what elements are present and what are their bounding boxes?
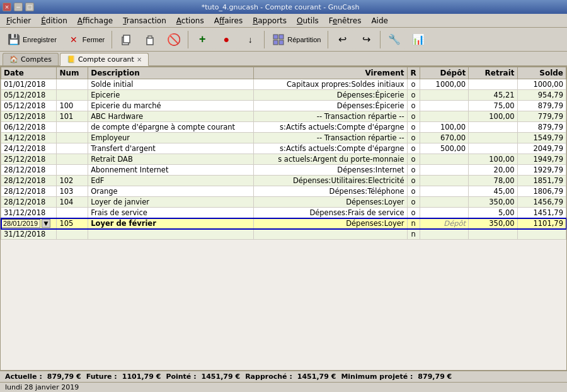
table-row[interactable]: 28/12/2018104Loyer de janvierDépenses:Lo… bbox=[1, 197, 566, 208]
toolbar: 💾 Enregistrer ✕ Fermer 🚫 + ● ↓ bbox=[0, 28, 567, 52]
table-row[interactable]: 31/12/2018Frais de serviceDépenses:Frais… bbox=[1, 208, 566, 218]
future-value: 1101,79 € bbox=[122, 372, 161, 381]
menu-transaction[interactable]: Transaction bbox=[118, 15, 171, 26]
jump-forward-button[interactable]: ↪ bbox=[355, 30, 377, 49]
chart-icon: 📊 bbox=[411, 33, 425, 47]
rapproche-label: Rapproché : bbox=[245, 372, 292, 381]
minimize-button[interactable]: − bbox=[14, 3, 23, 11]
split-icon bbox=[272, 33, 285, 47]
duplicate-button[interactable] bbox=[115, 30, 137, 49]
table-body: 01/01/2018Solde initialCapitaux propres:… bbox=[1, 79, 566, 240]
tab-compte-courant[interactable]: 📒 Compte courant × bbox=[60, 53, 149, 66]
col-header-depot[interactable]: Dépôt bbox=[420, 67, 468, 79]
close-account-button[interactable]: ✕ Fermer bbox=[62, 30, 109, 49]
settings-icon: 🔧 bbox=[387, 33, 401, 47]
col-header-solde[interactable]: Solde bbox=[517, 67, 566, 79]
table-row[interactable]: 06/12/2018de compte d'épargne à compte c… bbox=[1, 122, 566, 133]
table-row[interactable]: 05/12/2018EpicerieDépenses:Épicerieo45,2… bbox=[1, 90, 566, 101]
actuelle-value: 879,79 € bbox=[47, 372, 81, 381]
svg-rect-2 bbox=[147, 38, 153, 45]
delete-transaction-button[interactable]: ● bbox=[215, 30, 238, 49]
pointe-label: Pointé : bbox=[166, 372, 196, 381]
date-display: lundi 28 janvier 2019 bbox=[5, 383, 79, 391]
paste-button[interactable] bbox=[139, 30, 161, 49]
chart-button[interactable]: 📊 bbox=[407, 30, 430, 49]
separator-1 bbox=[112, 31, 112, 48]
svg-rect-4 bbox=[273, 35, 278, 39]
cancel-button[interactable]: 🚫 bbox=[163, 30, 185, 49]
rapproche-value: 1451,79 € bbox=[297, 372, 336, 381]
separator-3 bbox=[264, 31, 265, 48]
separator-2 bbox=[188, 31, 188, 48]
separator-4 bbox=[328, 31, 328, 48]
jump-back-button[interactable]: ↩ bbox=[331, 30, 353, 49]
minimum-value: 879,79 € bbox=[418, 372, 452, 381]
svg-rect-3 bbox=[148, 36, 152, 38]
menu-outils[interactable]: Outils bbox=[292, 15, 324, 26]
svg-rect-1 bbox=[123, 35, 130, 43]
tab-comptes[interactable]: 🏠 Comptes bbox=[3, 53, 59, 65]
menu-aide[interactable]: Aide bbox=[366, 15, 393, 26]
menu-affaires[interactable]: Affaires bbox=[209, 15, 248, 26]
pointe-value: 1451,79 € bbox=[202, 372, 241, 381]
menu-fenetres[interactable]: Fenêtres bbox=[324, 15, 367, 26]
menu-rapports[interactable]: Rapports bbox=[248, 15, 292, 26]
date-picker-button[interactable]: ▼ bbox=[42, 219, 50, 228]
tab-close-icon[interactable]: × bbox=[137, 56, 142, 63]
close-button[interactable]: × bbox=[3, 3, 11, 11]
table-row[interactable]: ▼105Loyer de févrierDépenses:LoyernDépôt… bbox=[1, 218, 566, 229]
tab-comptes-label: Comptes bbox=[21, 55, 52, 64]
transaction-table: Date Num Description Virement R Dépôt Re… bbox=[1, 67, 566, 240]
svg-rect-6 bbox=[273, 40, 278, 45]
commit-button[interactable]: ↓ bbox=[239, 30, 261, 49]
table-row[interactable]: 31/12/2018n bbox=[1, 229, 566, 240]
menu-actions[interactable]: Actions bbox=[171, 15, 209, 26]
svg-rect-5 bbox=[279, 35, 284, 39]
split-button[interactable]: Répartition bbox=[267, 30, 325, 49]
tab-comptes-icon: 🏠 bbox=[9, 55, 18, 64]
tabs: 🏠 Comptes 📒 Compte courant × bbox=[0, 52, 567, 66]
future-label: Future : bbox=[86, 372, 117, 381]
table-row[interactable]: 24/12/2018Transfert d'argents:Actifs act… bbox=[1, 143, 566, 154]
col-header-virement[interactable]: Virement bbox=[254, 67, 407, 79]
add-icon: + bbox=[195, 33, 209, 47]
jump-forward-icon: ↪ bbox=[359, 33, 373, 47]
col-header-num[interactable]: Num bbox=[57, 67, 88, 79]
table-row[interactable]: 05/12/2018100Epicerie du marchéDépenses:… bbox=[1, 101, 566, 111]
separator-5 bbox=[380, 31, 381, 48]
menubar: Fichier Édition Affichage Transaction Ac… bbox=[0, 14, 567, 28]
cancel-icon: 🚫 bbox=[167, 33, 181, 47]
table-row[interactable]: 14/12/2018Employeur-- Transaction répart… bbox=[1, 133, 566, 143]
svg-rect-7 bbox=[279, 40, 284, 45]
commit-icon: ↓ bbox=[243, 33, 257, 47]
statusbar: Actuelle : 879,79 € Future : 1101,79 € P… bbox=[0, 371, 567, 382]
paste-icon bbox=[143, 33, 157, 47]
duplicate-icon bbox=[119, 33, 133, 47]
new-transaction-button[interactable]: + bbox=[191, 30, 214, 49]
maximize-button[interactable]: □ bbox=[25, 3, 34, 11]
tab-compte-courant-label: Compte courant bbox=[78, 55, 134, 64]
col-header-desc[interactable]: Description bbox=[88, 67, 254, 79]
menu-fichier[interactable]: Fichier bbox=[1, 15, 36, 26]
table-row[interactable]: 05/12/2018101ABC Hardware-- Transaction … bbox=[1, 111, 566, 122]
table-row[interactable]: 28/12/2018102EdFDépenses:Utilitaires:Ele… bbox=[1, 176, 566, 186]
save-button[interactable]: 💾 Enregistrer bbox=[3, 30, 61, 49]
table-row[interactable]: 01/01/2018Solde initialCapitaux propres:… bbox=[1, 79, 566, 90]
table-row[interactable]: 28/12/2018Abonnement InternetDépenses:In… bbox=[1, 165, 566, 176]
date-input[interactable] bbox=[1, 219, 40, 228]
titlebar: × − □ *tuto_4.gnucash - Compte courant -… bbox=[0, 0, 567, 14]
menu-affichage[interactable]: Affichage bbox=[72, 15, 118, 26]
col-header-r[interactable]: R bbox=[407, 67, 420, 79]
actuelle-label: Actuelle : bbox=[5, 372, 42, 381]
jump-back-icon: ↩ bbox=[335, 33, 349, 47]
settings-button[interactable]: 🔧 bbox=[383, 30, 406, 49]
table-row[interactable]: 25/12/2018Retrait DABs actuels:Argent du… bbox=[1, 154, 566, 165]
table-row[interactable]: 28/12/2018103OrangeDépenses:Téléphoneo45… bbox=[1, 186, 566, 197]
transaction-table-container[interactable]: Date Num Description Virement R Dépôt Re… bbox=[0, 66, 567, 371]
close-icon: ✕ bbox=[67, 33, 81, 47]
bottombar: lundi 28 janvier 2019 bbox=[0, 382, 567, 392]
delete-icon: ● bbox=[219, 33, 233, 47]
col-header-retrait[interactable]: Retrait bbox=[469, 67, 517, 79]
menu-edition[interactable]: Édition bbox=[36, 15, 72, 26]
col-header-date[interactable]: Date bbox=[1, 67, 57, 79]
